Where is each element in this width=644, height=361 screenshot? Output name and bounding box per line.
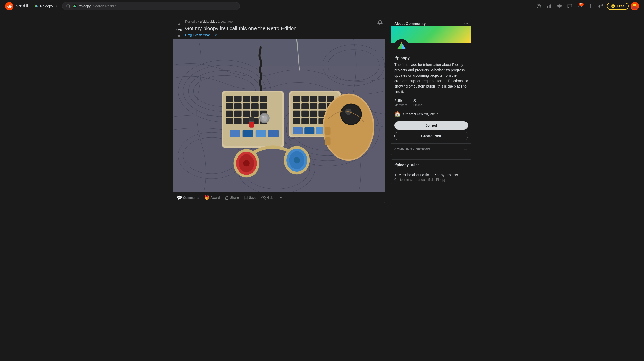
comments-label: Comments: [183, 196, 199, 200]
svg-rect-62: [234, 118, 242, 124]
svg-rect-78: [293, 96, 300, 102]
megaphone-icon: [598, 4, 603, 9]
trackball-mouse: [323, 94, 374, 161]
community-name: r/ploopy: [394, 56, 468, 60]
search-bar[interactable]: r/ploopy: [62, 2, 240, 10]
post-image-container: [173, 39, 385, 192]
ellipsis-icon: ···: [278, 195, 282, 200]
svg-rect-16: [549, 5, 550, 8]
members-stat: 2.6k Members: [394, 99, 407, 107]
gift-icon-btn[interactable]: [555, 2, 564, 10]
hide-btn[interactable]: Hide: [259, 194, 275, 201]
header: reddit r/ploopy ▾ r/ploopy: [0, 0, 644, 12]
post-notification-btn[interactable]: [377, 20, 383, 26]
upvote-btn[interactable]: ▲: [176, 21, 182, 27]
header-subreddit-name: r/ploopy: [40, 4, 53, 8]
add-btn[interactable]: [586, 2, 595, 10]
save-label: Save: [249, 196, 256, 200]
svg-point-105: [341, 105, 361, 124]
more-options-btn[interactable]: ···: [464, 21, 468, 26]
community-options-row[interactable]: COMMUNITY OPTIONS: [391, 143, 471, 155]
svg-rect-61: [226, 118, 233, 124]
stats-icon-btn[interactable]: [545, 2, 553, 10]
post-external-link[interactable]: i.imgur.com/B9zarl... ↗: [185, 33, 375, 37]
svg-rect-79: [301, 96, 309, 102]
svg-rect-52: [234, 103, 242, 109]
svg-rect-63: [243, 118, 250, 124]
svg-rect-56: [226, 111, 233, 117]
community-header-section: r/ploopy The first place for information…: [391, 39, 471, 143]
premium-coin-icon: C: [611, 4, 615, 8]
online-count: 8: [413, 99, 422, 103]
svg-rect-73: [268, 130, 279, 137]
svg-point-69: [262, 116, 264, 118]
svg-rect-59: [251, 111, 259, 117]
svg-rect-57: [234, 111, 242, 117]
share-label: Share: [230, 196, 239, 200]
ploopy-community-icon: [395, 40, 408, 53]
create-post-btn[interactable]: Create Post: [394, 132, 468, 140]
free-premium-btn[interactable]: C Free: [607, 3, 629, 10]
rule-1-text: Must be about official Ploopy projects: [399, 173, 458, 177]
search-input[interactable]: [93, 4, 236, 8]
hide-label: Hide: [267, 196, 273, 200]
post-time: 1 year ago: [218, 20, 233, 23]
megaphone-btn[interactable]: [597, 2, 605, 10]
members-count: 2.6k: [394, 99, 407, 103]
svg-rect-71: [243, 130, 253, 137]
joined-btn[interactable]: Joined: [394, 121, 468, 130]
save-icon: [244, 196, 248, 200]
comments-btn[interactable]: 💬 Comments: [175, 194, 201, 202]
post-card: ▲ 126 ▼ Posted by u/sickbabies 1 year ag…: [173, 18, 385, 203]
svg-rect-94: [301, 118, 309, 124]
more-actions-btn[interactable]: ···: [276, 193, 284, 202]
bell-outline-icon: [377, 20, 383, 25]
online-label: Online: [413, 103, 422, 107]
save-btn[interactable]: Save: [242, 194, 258, 201]
svg-rect-90: [310, 111, 317, 117]
svg-rect-72: [256, 130, 266, 137]
gift-icon: [557, 4, 562, 9]
downvote-btn[interactable]: ▼: [176, 33, 182, 39]
share-icon: [225, 196, 229, 200]
reddit-logo-link[interactable]: reddit: [5, 2, 28, 10]
chat-icon-btn[interactable]: [566, 2, 574, 10]
svg-rect-83: [293, 103, 300, 109]
reddit-wordmark: reddit: [15, 3, 28, 9]
bar-chart-icon: [547, 4, 552, 9]
search-subreddit-icon: [73, 4, 77, 8]
subreddit-dropdown[interactable]: r/ploopy ▾: [31, 3, 59, 10]
svg-rect-81: [318, 96, 326, 102]
question-icon: ?: [536, 4, 541, 9]
svg-rect-58: [243, 111, 250, 117]
notifications-btn[interactable]: 11: [576, 2, 584, 10]
post-link-text: i.imgur.com/B9zarl...: [185, 33, 213, 37]
hide-icon: [261, 196, 266, 200]
sidebar: About Community ··· r/ploopy: [391, 18, 471, 203]
svg-text:?: ?: [538, 5, 540, 8]
cake-icon: 🏠: [394, 111, 401, 117]
share-btn[interactable]: Share: [223, 194, 241, 201]
expand-chevron-icon: [463, 147, 468, 152]
svg-rect-95: [310, 118, 317, 124]
user-avatar[interactable]: [631, 2, 639, 10]
award-btn[interactable]: 🎁 Award: [202, 194, 222, 202]
svg-rect-70: [230, 130, 240, 137]
rules-title: r/ploopy Rules: [391, 160, 471, 170]
about-community-card: About Community ··· r/ploopy: [391, 18, 471, 155]
community-stats: 2.6k Members 8 Online: [394, 99, 468, 107]
svg-rect-49: [251, 96, 259, 102]
reddit-alien-icon: [5, 2, 13, 10]
svg-line-8: [69, 7, 70, 8]
created-text: Created Feb 28, 2017: [403, 112, 438, 116]
comments-icon: 💬: [177, 195, 182, 200]
avatar-image: [631, 2, 639, 10]
svg-rect-88: [293, 111, 300, 117]
svg-point-2: [10, 6, 11, 7]
post-area: ▲ 126 ▼ Posted by u/sickbabies 1 year ag…: [173, 18, 385, 203]
help-icon-btn[interactable]: ?: [535, 2, 543, 10]
chevron-down-icon: ▾: [56, 5, 57, 7]
post-author-link[interactable]: u/sickbabies: [200, 20, 217, 23]
svg-text:C: C: [613, 5, 614, 7]
chat-icon: [567, 4, 572, 9]
